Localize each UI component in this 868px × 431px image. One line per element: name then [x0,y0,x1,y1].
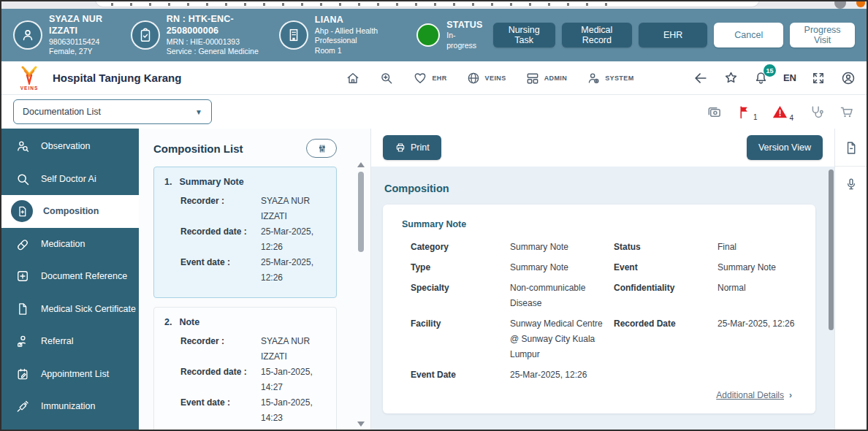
sidebar-item-document-reference[interactable]: Document Reference [1,260,139,293]
sidebar-item-referral[interactable]: Referral [1,325,139,358]
nav-admin[interactable]: ADMIN [525,71,568,85]
summary-note-title: Summary Note [402,219,798,229]
event-date-label: Event date : [180,395,261,426]
status-label: STATUS [446,19,482,31]
notes-document-icon[interactable] [843,140,859,156]
patient-id: 980630115424 [49,37,121,47]
right-tool-strip [834,129,867,431]
notifications-count-badge: 15 [764,64,776,77]
recorded-date-value: 25-Mar-2025, 12:26 [261,224,327,255]
field-label: Confidentiality [614,281,717,311]
scroll-down-arrow[interactable] [357,422,365,427]
status-indicator-icon [416,23,440,47]
nursing-task-button[interactable]: Nursing Task [493,23,555,47]
encounter-info-chip: RN : HTK-ENC-2508000006 MRN : HIE-000013… [131,13,269,57]
detail-body: Composition Summary Note Category Summar… [371,167,834,431]
logo-text: VEINS [20,85,39,91]
list-scrollbar[interactable] [357,162,365,427]
patient-demographics: Female, 27Y [49,47,121,57]
detail-row: Specialty Non-communicable Disease Confi… [402,281,798,311]
admin-icon [525,71,540,85]
patient-info-chip: SYAZA NUR IZZATI 980630115424 Female, 27… [13,13,121,57]
event-date-label: Event date : [180,255,261,286]
nav-ehr[interactable]: EHR [413,71,446,85]
sidebar-item-composition[interactable]: Composition [1,195,139,228]
nav-system[interactable]: SYSTEM [586,71,633,85]
event-date-value: 15-Jan-2025, 14:23 [261,395,327,426]
flag-alert-icon[interactable]: 1 [737,104,758,120]
zoom-in-icon[interactable] [379,71,394,85]
medical-record-button[interactable]: Medical Record [562,23,632,47]
sidebar-item-observation[interactable]: Observation [1,130,139,163]
encounter-mrn: MRN : HIE-00001393 [167,37,269,47]
cancel-button[interactable]: Cancel [714,23,783,47]
alert-count: 4 [789,114,793,122]
account-icon[interactable] [840,70,856,86]
status-chip: STATUS In-progress [416,19,482,51]
field-label: Recorded Date [614,316,717,362]
item-index: 2. [164,317,172,327]
browser-update-dot [856,1,865,7]
warning-triangle-icon[interactable]: 4 [772,104,793,121]
microphone-icon[interactable] [844,177,859,191]
list-filter-button[interactable] [306,139,337,158]
nav-veins[interactable]: VEINS [466,71,506,85]
nav-ehr-label: EHR [432,75,446,82]
version-view-button[interactable]: Version View [747,135,823,160]
chevron-right-icon: › [789,390,792,400]
sidebar-item-immunization[interactable]: Immunization [1,390,139,423]
media-camera-icon[interactable] [706,104,723,121]
veins-logo[interactable]: VEINS [12,66,47,91]
sidebar-item-self-doctor-ai[interactable]: Self Doctor Ai [1,163,139,196]
composition-list-item[interactable]: 1. Summary Note Recorder :SYAZA NUR IZZA… [153,167,337,298]
favorite-star-icon[interactable] [723,70,739,85]
documentation-list-dropdown[interactable]: Documentation List ▼ [13,99,212,124]
search-icon [15,172,31,186]
item-title: Note [179,317,199,327]
sidebar-item-medical-sick-certificate[interactable]: Medical Sick Certificate [1,293,139,326]
detail-toolbar: Print Version View [371,129,834,167]
detail-row: Type Summary Note Event Summary Note [402,260,798,275]
composition-list-item[interactable]: 2. Note Recorder :SYAZA NUR IZZATI Recor… [153,307,337,431]
calendar-icon [15,367,31,381]
home-icon[interactable] [346,71,360,85]
cart-icon[interactable] [839,104,855,120]
sidebar-item-medication[interactable]: Medication [1,228,139,261]
field-label: Event Date [402,367,510,383]
recorded-date-label: Recorded date : [180,365,261,395]
scrollbar-thumb[interactable] [358,172,364,252]
additional-details-link[interactable]: Additional Details [716,390,784,400]
status-value: In-progress [446,31,482,50]
address-bar-text [111,3,623,6]
print-button[interactable]: Print [383,135,441,160]
ehr-button[interactable]: EHR [639,23,707,47]
practitioner-info-chip: LIANA Ahp - Allied Health Professional R… [279,14,406,56]
item-index: 1. [164,177,172,187]
main-scrollbar-thumb[interactable] [829,169,834,330]
scroll-up-arrow[interactable] [357,162,365,167]
nav-veins-label: VEINS [485,75,506,82]
field-value: Summary Note [717,260,798,275]
sidebar-item-appointment-list[interactable]: Appointment List [1,358,139,391]
composition-list-panel: Composition List 1. Summary Note Recorde… [139,129,371,431]
practitioner-role: Ahp - Allied Health Professional [315,26,406,46]
sidebar-label: Medication [41,239,85,249]
event-date-value: 25-Mar-2025, 12:26 [261,255,327,286]
detail-row: Facility Sunway Medical Centre @ Sunway … [402,316,798,362]
fullscreen-icon[interactable] [811,71,826,85]
sidebar-label: Medical Sick Certificate [41,304,136,314]
pill-icon [15,237,31,251]
field-label [614,367,717,383]
patient-avatar-icon [13,20,42,50]
stethoscope-icon[interactable] [808,104,824,120]
progress-visit-button[interactable]: Progress Visit [790,23,855,47]
system-icon [586,71,601,85]
field-label: Specialty [402,281,510,311]
notifications-bell-icon[interactable]: 15 [753,70,769,85]
globe-icon [466,71,481,85]
language-selector[interactable]: EN [783,72,796,83]
sidebar-label: Composition [43,206,99,216]
browser-profile-avatar[interactable] [834,1,846,9]
sidebar-label: Self Doctor Ai [41,174,96,184]
back-arrow-icon[interactable] [693,70,709,86]
